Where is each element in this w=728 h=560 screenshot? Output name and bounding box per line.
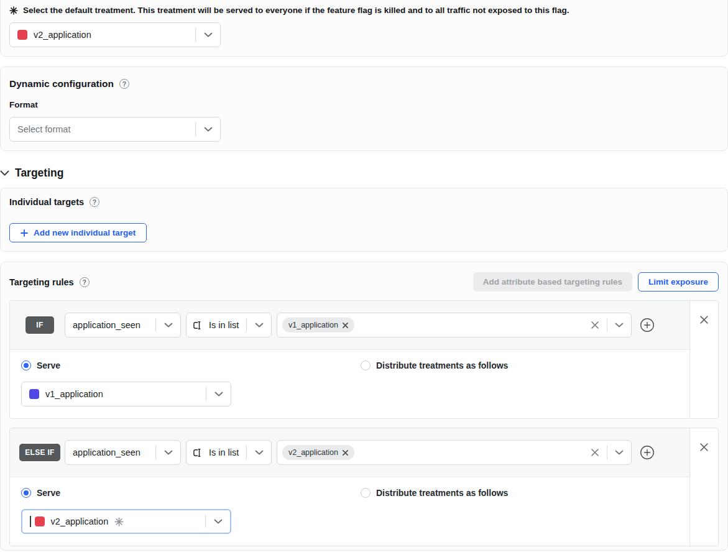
rule-serve-section: Serve Distribute treatments as follows v… xyxy=(10,477,689,546)
distribute-radio-label: Distribute treatments as follows xyxy=(376,360,508,370)
clear-values-icon[interactable] xyxy=(583,313,607,337)
add-condition-icon[interactable] xyxy=(640,318,655,333)
radio-unselected-icon[interactable] xyxy=(361,488,371,498)
default-treatment-note: Select the default treatment. This treat… xyxy=(23,6,569,15)
serve-radio-option[interactable]: Serve xyxy=(21,488,361,498)
remove-rule-icon[interactable] xyxy=(698,314,710,328)
chevron-down-icon[interactable] xyxy=(196,23,220,47)
chevron-down-icon[interactable] xyxy=(196,117,220,141)
radio-selected-icon[interactable] xyxy=(21,360,31,370)
value-chip[interactable]: v1_application xyxy=(282,318,354,333)
text-caret xyxy=(30,516,31,527)
format-placeholder: Select format xyxy=(17,124,70,134)
matcher-select[interactable]: Is in list xyxy=(186,313,272,337)
radio-selected-icon[interactable] xyxy=(21,488,31,498)
chevron-down-icon[interactable] xyxy=(156,313,180,337)
distribute-radio-label: Distribute treatments as follows xyxy=(376,488,508,498)
rule-side-column xyxy=(689,428,718,546)
attribute-select[interactable]: application_seen xyxy=(65,313,181,337)
add-attribute-rules-button[interactable]: Add attribute based targeting rules xyxy=(473,272,632,291)
default-treatment-value: v2_application xyxy=(34,30,91,40)
format-label: Format xyxy=(9,100,719,109)
targeting-section-toggle[interactable]: Targeting xyxy=(0,167,728,180)
rule-condition-row: IF application_seen Is in list xyxy=(10,301,689,350)
distribute-radio-option[interactable]: Distribute treatments as follows xyxy=(361,488,508,498)
value-chip-label: v2_application xyxy=(288,448,338,457)
dynamic-configuration-title: Dynamic configuration xyxy=(9,78,114,90)
default-treatment-asterisk-icon xyxy=(114,517,124,526)
targeting-rule: IF application_seen Is in list xyxy=(9,300,719,419)
treatment-color-swatch xyxy=(29,389,39,399)
string-type-icon xyxy=(193,448,205,457)
value-list-input[interactable]: v1_application xyxy=(277,313,632,337)
clear-values-icon[interactable] xyxy=(583,441,607,464)
chevron-down-icon[interactable] xyxy=(156,441,180,464)
distribute-radio-option[interactable]: Distribute treatments as follows xyxy=(361,360,508,370)
attribute-select[interactable]: application_seen xyxy=(65,440,181,465)
chevron-down-icon[interactable] xyxy=(247,441,271,464)
dynamic-configuration-card: Dynamic configuration ? Format Select fo… xyxy=(0,67,728,151)
serve-treatment-value: v2_application xyxy=(51,516,109,526)
attribute-value: application_seen xyxy=(73,448,141,457)
help-icon[interactable]: ? xyxy=(90,197,99,207)
serve-radio-label: Serve xyxy=(37,488,60,498)
format-select[interactable]: Select format xyxy=(9,117,221,142)
matcher-select[interactable]: Is in list xyxy=(186,440,272,465)
value-chip[interactable]: v2_application xyxy=(282,445,354,460)
targeting-rules-card: Targeting rules ? Add attribute based ta… xyxy=(0,262,728,551)
value-list-input[interactable]: v2_application xyxy=(277,440,632,465)
serve-radio-option[interactable]: Serve xyxy=(21,360,361,370)
chevron-down-icon[interactable] xyxy=(206,510,230,533)
add-individual-target-label: Add new individual target xyxy=(34,228,136,237)
limit-exposure-button[interactable]: Limit exposure xyxy=(638,272,719,291)
rule-elseif-badge: ELSE IF xyxy=(19,444,60,461)
plus-icon xyxy=(21,229,28,237)
rule-condition-row: ELSE IF application_seen Is in list xyxy=(10,428,689,477)
help-icon[interactable]: ? xyxy=(80,277,90,287)
value-chip-label: v1_application xyxy=(288,321,338,329)
serve-radio-label: Serve xyxy=(37,360,60,370)
chevron-down-icon[interactable] xyxy=(607,441,631,464)
chevron-down-icon[interactable] xyxy=(247,313,271,337)
default-treatment-note-row: Select the default treatment. This treat… xyxy=(9,6,719,15)
help-icon[interactable]: ? xyxy=(119,79,129,89)
rule-serve-section: Serve Distribute treatments as follows v… xyxy=(10,350,689,418)
serve-treatment-value: v1_application xyxy=(45,389,103,399)
add-individual-target-button[interactable]: Add new individual target xyxy=(9,223,147,242)
targeting-section-title: Targeting xyxy=(15,167,63,180)
default-treatment-select[interactable]: v2_application xyxy=(9,22,221,47)
string-type-icon xyxy=(193,321,205,330)
serve-treatment-select[interactable]: v2_application xyxy=(21,509,231,534)
chip-remove-icon[interactable] xyxy=(343,450,348,456)
chevron-down-icon xyxy=(0,170,9,176)
rule-if-badge: IF xyxy=(25,316,53,334)
radio-unselected-icon[interactable] xyxy=(361,360,371,370)
serve-treatment-select[interactable]: v1_application xyxy=(21,382,231,406)
treatment-color-swatch xyxy=(17,30,27,40)
default-treatment-card: Select the default treatment. This treat… xyxy=(0,0,728,57)
attribute-value: application_seen xyxy=(73,320,141,330)
remove-rule-icon[interactable] xyxy=(698,441,710,455)
rule-side-column xyxy=(689,301,718,418)
individual-targets-title: Individual targets xyxy=(9,197,84,207)
matcher-value: Is in list xyxy=(209,320,239,330)
chevron-down-icon[interactable] xyxy=(607,313,631,337)
chevron-down-icon[interactable] xyxy=(206,382,231,406)
add-condition-icon[interactable] xyxy=(640,445,655,460)
individual-targets-card: Individual targets ? Add new individual … xyxy=(0,188,728,252)
default-treatment-asterisk-icon xyxy=(9,6,18,15)
chip-remove-icon[interactable] xyxy=(343,323,348,328)
targeting-rule: ELSE IF application_seen Is in list xyxy=(9,428,719,546)
treatment-color-swatch xyxy=(35,516,45,526)
matcher-value: Is in list xyxy=(209,448,239,457)
targeting-rules-title: Targeting rules xyxy=(9,277,74,287)
